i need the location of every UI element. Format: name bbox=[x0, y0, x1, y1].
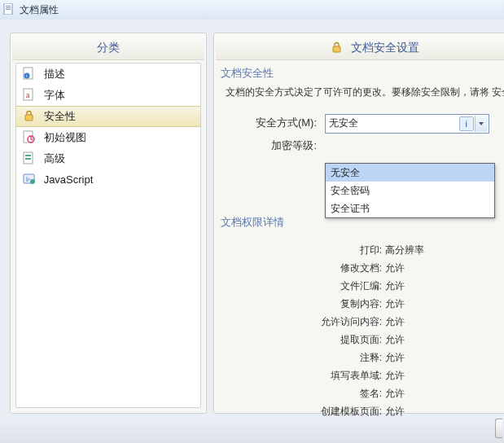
perm-value: 高分辨率 bbox=[385, 244, 424, 256]
lock-icon bbox=[23, 109, 36, 122]
category-item-security[interactable]: 安全性 bbox=[16, 106, 200, 127]
dropdown-item[interactable]: 无安全 bbox=[326, 164, 494, 182]
perm-row: 复制内容:允许 bbox=[219, 295, 504, 313]
svg-rect-2 bbox=[6, 7, 11, 8]
perm-row: 提取页面:允许 bbox=[219, 331, 504, 349]
window-titlebar: 文档属性 bbox=[0, 0, 504, 20]
category-list: i 描述 a 字体 安全性 初始视图 高级 JavaScript bbox=[15, 63, 201, 408]
perm-value: 允许 bbox=[385, 316, 405, 327]
category-item-description[interactable]: i 描述 bbox=[16, 64, 200, 85]
chevron-down-icon[interactable] bbox=[475, 116, 488, 132]
window-title: 文档属性 bbox=[20, 3, 59, 17]
section-title-security: 文档安全性 bbox=[221, 66, 504, 81]
perm-value: 允许 bbox=[385, 388, 405, 399]
dropdown-item[interactable]: 安全证书 bbox=[326, 200, 494, 217]
combo-security-method-value: 无安全 bbox=[329, 116, 358, 130]
security-panel-header: 文档安全设置 bbox=[216, 35, 504, 60]
label-security-method: 安全方式(M): bbox=[219, 116, 317, 130]
label-encryption-level: 加密等级: bbox=[219, 138, 317, 153]
perm-row: 允许访问内容:允许 bbox=[219, 313, 504, 331]
category-item-initial-view[interactable]: 初始视图 bbox=[16, 127, 200, 148]
svg-text:a: a bbox=[26, 90, 30, 99]
perm-row: 文件汇编:允许 bbox=[219, 277, 504, 295]
security-panel-body: 文档安全性 文档的安全方式决定了可许可的更改。要移除安全限制，请将 安全 安全方… bbox=[219, 63, 504, 408]
perm-label: 注释: bbox=[219, 349, 382, 366]
javascript-icon bbox=[23, 173, 36, 186]
perm-row: 修改文档:允许 bbox=[219, 259, 504, 277]
perm-label: 修改文档: bbox=[219, 259, 382, 277]
perm-value: 允许 bbox=[385, 370, 405, 381]
advanced-icon bbox=[23, 151, 36, 164]
perm-label: 文件汇编: bbox=[219, 277, 382, 295]
svg-rect-13 bbox=[25, 155, 31, 156]
perm-label: 填写表单域: bbox=[219, 366, 382, 384]
permissions-list: 打印:高分辨率 修改文档:允许 文件汇编:允许 复制内容:允许 允许访问内容:允… bbox=[219, 241, 504, 420]
perm-value: 允许 bbox=[385, 262, 405, 274]
lock-icon bbox=[331, 41, 344, 54]
combo-security-method[interactable]: 无安全 i bbox=[325, 114, 489, 134]
row-security-method: 安全方式(M): 无安全 i bbox=[219, 114, 504, 134]
perm-label: 复制内容: bbox=[219, 295, 382, 313]
perm-row: 创建模板页面:允许 bbox=[219, 402, 504, 420]
info-icon[interactable]: i bbox=[459, 116, 474, 131]
perm-row: 注释:允许 bbox=[219, 349, 504, 366]
category-item-javascript[interactable]: JavaScript bbox=[16, 169, 200, 191]
perm-label: 创建模板页面: bbox=[219, 402, 382, 420]
category-item-label: 安全性 bbox=[44, 110, 76, 122]
perm-value: 允许 bbox=[385, 352, 405, 363]
svg-rect-9 bbox=[25, 115, 33, 121]
category-item-label: JavaScript bbox=[44, 173, 94, 186]
svg-rect-3 bbox=[6, 9, 11, 10]
section-desc-security: 文档的安全方式决定了可许可的更改。要移除安全限制，请将 安全 bbox=[226, 86, 504, 99]
svg-rect-17 bbox=[333, 46, 340, 52]
perm-value: 允许 bbox=[385, 406, 405, 417]
perm-label: 打印: bbox=[219, 241, 382, 259]
info-icon: i bbox=[23, 67, 36, 80]
category-item-advanced[interactable]: 高级 bbox=[16, 148, 200, 169]
category-panel-header: 分类 bbox=[12, 35, 204, 60]
svg-text:i: i bbox=[26, 73, 27, 78]
category-item-label: 描述 bbox=[44, 68, 65, 80]
svg-point-16 bbox=[30, 179, 35, 184]
footer-shadow bbox=[0, 419, 504, 443]
category-item-label: 字体 bbox=[44, 89, 65, 101]
perm-label: 提取页面: bbox=[219, 331, 382, 349]
perm-value: 允许 bbox=[385, 280, 405, 292]
svg-rect-14 bbox=[25, 158, 31, 160]
category-item-label: 高级 bbox=[44, 152, 65, 164]
row-encryption-level: 加密等级: bbox=[219, 138, 504, 158]
perm-row: 签名:允许 bbox=[219, 384, 504, 402]
document-icon bbox=[3, 3, 15, 15]
svg-rect-1 bbox=[6, 6, 11, 7]
perm-row: 打印:高分辨率 bbox=[219, 241, 504, 259]
category-item-label: 初始视图 bbox=[44, 131, 86, 143]
category-item-fonts[interactable]: a 字体 bbox=[16, 85, 200, 106]
dropdown-item[interactable]: 安全密码 bbox=[326, 182, 494, 200]
perm-label: 允许访问内容: bbox=[219, 313, 382, 331]
security-method-dropdown: 无安全 安全密码 安全证书 bbox=[325, 163, 495, 218]
perm-label: 签名: bbox=[219, 384, 382, 402]
perm-row: 填写表单域:允许 bbox=[219, 366, 504, 384]
perm-value: 允许 bbox=[385, 334, 405, 345]
initial-view-icon bbox=[23, 130, 36, 143]
security-panel-title: 文档安全设置 bbox=[351, 41, 419, 54]
perm-value: 允许 bbox=[385, 298, 405, 309]
font-icon: a bbox=[23, 88, 36, 101]
category-panel: 分类 i 描述 a 字体 安全性 初始视图 高级 bbox=[10, 33, 207, 414]
dialog-body: 分类 i 描述 a 字体 安全性 初始视图 高级 bbox=[0, 20, 504, 443]
security-settings-panel: 文档安全设置 文档安全性 文档的安全方式决定了可许可的更改。要移除安全限制，请将… bbox=[213, 33, 504, 414]
